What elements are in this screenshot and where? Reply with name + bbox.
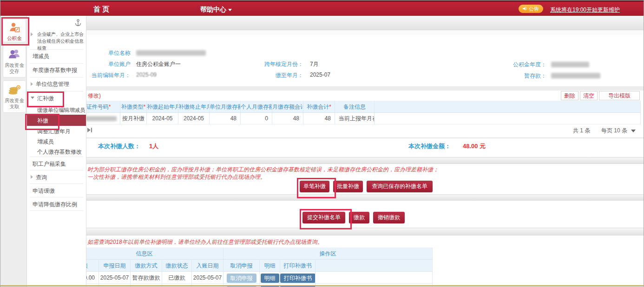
supplement-table: 证件号码* 补缴类型* 补缴起始年月* 补缴终止年月* 单位月缴存额* 个人月缴… — [77, 101, 641, 124]
sidebar-item-unit-info[interactable]: 单位信息管理 — [27, 78, 86, 91]
sidebar-item-supplement[interactable]: 补缴 — [27, 115, 86, 126]
chevron-down-icon — [631, 130, 636, 132]
col-header-unit-amount: 单位月缴存额* — [210, 101, 241, 113]
cell-start: 2024-05 — [147, 113, 178, 124]
section-gap — [66, 30, 644, 35]
chevron-right-icon — [31, 175, 33, 179]
coins-icon — [3, 81, 26, 98]
cell-monthly-total: 48 — [272, 113, 303, 124]
col-header-filler — [375, 101, 641, 113]
cell-personal-amount: 0 — [241, 113, 272, 124]
chevron-down-icon — [228, 9, 232, 11]
module-fund[interactable]: 公积金 — [3, 19, 26, 42]
col-header-cancel: 取消申报 — [223, 260, 260, 272]
sidebar-item-query[interactable]: 查询 — [27, 170, 86, 183]
submit-supplement-list-button[interactable]: 提交补缴名单 — [302, 212, 345, 223]
query-saved-list-button[interactable]: 查询已保存的补缴名单 — [367, 181, 433, 192]
sidebar-item-annual-base[interactable]: 年度缴存基数申报 — [27, 64, 86, 77]
maintenance-notice-link[interactable]: 系统将在19:00开始更新维护 — [550, 6, 620, 14]
detail-button[interactable]: 明细 — [261, 274, 279, 283]
sidebar-item-add-remove-2[interactable]: 增减员 — [27, 136, 86, 146]
chevron-right-icon — [31, 33, 33, 36]
sidebar-item-adjust-month[interactable]: 调整汇缴年月 — [27, 126, 86, 136]
chevron-down-icon — [31, 97, 34, 99]
app-window: 单位名称 单位账户 住房公积金账户一 当前编辑年月： 2025-09 跨年核定月… — [0, 0, 644, 287]
sidebar-item-personal-base-edit[interactable]: 个人缴存基数修改 — [27, 146, 86, 157]
summary-amount-label: 本次补缴金额： — [408, 142, 451, 150]
sidebar-item-enterprise-check[interactable]: 企业破产、企业上市合法合规住房公积金信息核查 — [27, 29, 86, 49]
required-mark: * — [109, 104, 111, 110]
field-value-paid-to-month: 2025-07 — [310, 72, 330, 78]
redacted-unit-name — [136, 50, 206, 56]
col-header-detail: 明细 — [260, 260, 280, 272]
required-mark: * — [144, 104, 146, 110]
field-value-unit-account: 住房公积金账户一 — [136, 60, 181, 68]
bottom-edge-line — [0, 285, 644, 286]
nav-home[interactable]: 首 页 — [93, 5, 109, 14]
cell-status: 已缴款 — [162, 272, 192, 284]
note-line3: 如需查询2018年以前单位补缴明细，请单位经办人前往任意管理部或受托银行代办点现… — [87, 238, 323, 246]
col-header-print: 打印补缴书 — [280, 260, 315, 272]
redacted-fund-year — [551, 62, 589, 67]
batch-supplement-button[interactable]: 批量补缴 — [333, 181, 363, 192]
field-value-cross-year-month: 7月 — [310, 60, 319, 68]
sidebar-header — [27, 16, 86, 29]
cell-detail: 明细 — [260, 272, 280, 284]
summary-amount-value: 48.00 元 — [463, 142, 486, 150]
cell-filler — [375, 113, 641, 124]
history-table: 信息区 操作区 金额 申报日期 缴款方式 缴款状态 入账日期 取消申报 明细 打… — [66, 248, 433, 287]
sidebar-item-apply-defer[interactable]: 申请缓缴 — [27, 184, 86, 197]
cell-end: 2024-05 — [178, 113, 210, 124]
col-header-remark: 备注信息 — [335, 101, 375, 113]
col-header-monthly-total: 月缴存额合计* — [272, 101, 303, 113]
delete-button[interactable]: 删除 — [561, 91, 578, 100]
cancel-pay-button[interactable]: 撤销缴款 — [373, 212, 405, 223]
module-housing-deposit[interactable]: 房改资金交存 — [3, 45, 26, 78]
section-band — [66, 157, 644, 164]
section-band — [66, 195, 644, 201]
module-label: 公积金 — [3, 35, 26, 43]
cell-filler — [315, 272, 433, 284]
history-row: 0.00 2025-05-07 暂存款缴款 已缴款 2025-05-07 取消申… — [66, 272, 433, 284]
page-size-select[interactable]: 每页 10 条 — [601, 127, 636, 135]
announcement-badge: 公告 — [519, 5, 543, 13]
cell-declare-date: 2025-05-07 — [99, 272, 131, 284]
module-label: 房改资金支取 — [3, 98, 26, 111]
history-group-header-row: 信息区 操作区 — [66, 248, 433, 260]
required-mark: * — [329, 104, 331, 110]
clear-button[interactable]: 清空 — [580, 91, 598, 100]
cell-type: 按月补缴 — [120, 113, 147, 124]
pay-button[interactable]: 缴款 — [349, 212, 369, 223]
nav-help-center[interactable]: 帮助中心 — [200, 6, 232, 14]
sidebar-item-remit-supplement[interactable]: 汇补缴 — [27, 91, 86, 104]
group-header-info: 信息区 — [66, 248, 223, 260]
cell-print: 打印补缴书 — [280, 272, 315, 284]
supplement-table-row[interactable]: 按月补缴 2024-05 2024-05 48 0 48 48 当前上报年月存… — [77, 113, 641, 124]
anchor-collapse-icon[interactable] — [75, 19, 81, 28]
sidebar-item-add-remove[interactable]: 增减员 — [27, 50, 86, 63]
cell-entry-date: 2025-05-07 — [192, 272, 223, 284]
redacted-temp-deposit — [551, 73, 600, 78]
field-label-temp-deposit: 暂存款： — [484, 72, 546, 80]
cancel-declare-button[interactable]: 取消申报 — [227, 274, 256, 283]
single-supplement-button[interactable]: 单笔补缴 — [300, 181, 329, 192]
sidebar-item-defer-edit[interactable]: 缓缴单位编辑增减员 — [27, 104, 86, 115]
people-icon — [3, 46, 26, 62]
last-page-icon[interactable] — [87, 126, 92, 135]
col-header-filler — [315, 260, 433, 272]
col-header-entry-date: 入账日期 — [192, 260, 223, 272]
field-value-edit-month: 2025-09 — [136, 72, 157, 78]
export-template-button[interactable]: 导出模版 — [599, 91, 640, 100]
col-header-type: 补缴类型* — [120, 101, 147, 113]
note-line1: 时为部分职工缴存住房公积金的，应办理按月补缴；单位将职工的住房公积金缴存基数核定… — [87, 166, 439, 174]
sidebar-item-apply-lower-ratio[interactable]: 申请降低缴存比例 — [27, 197, 86, 210]
print-supplement-button[interactable]: 打印补缴书 — [280, 274, 315, 283]
col-header-end: 补缴终止年月* — [178, 101, 210, 113]
col-header-status: 缴款状态 — [162, 260, 192, 272]
field-label-paid-to-month: 缴至年月： — [251, 72, 303, 79]
sidebar-item-household-collect[interactable]: 职工户籍采集 — [27, 157, 86, 170]
speaker-icon-label: 公告 — [529, 6, 539, 12]
module-rail: 公积金 房改资金交存 房改资金支取 — [0, 16, 27, 287]
list-heading-tail: 修改) — [88, 92, 101, 100]
module-housing-withdraw[interactable]: 房改资金支取 — [3, 80, 26, 113]
